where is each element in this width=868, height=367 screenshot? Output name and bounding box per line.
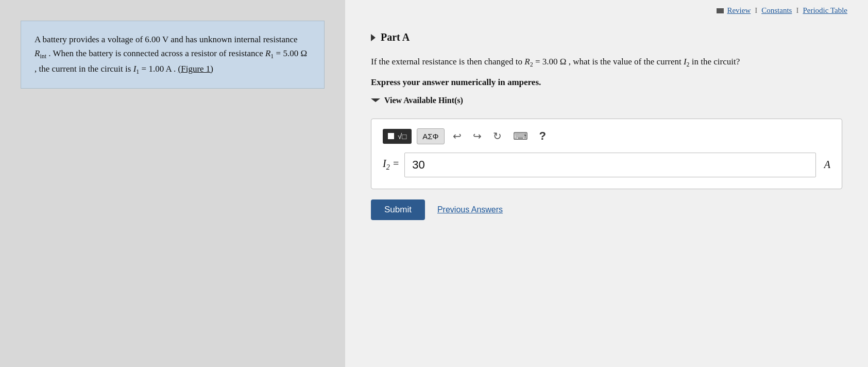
- greek-label: ΑΣΦ: [422, 132, 438, 141]
- right-panel: Review I Constants I Periodic Table Part…: [345, 0, 868, 367]
- greek-button[interactable]: ΑΣΦ: [417, 128, 444, 144]
- input-label: I2 =: [383, 158, 399, 172]
- constants-link[interactable]: Constants: [761, 6, 792, 15]
- help-icon: ?: [539, 129, 546, 142]
- submit-button[interactable]: Submit: [371, 199, 425, 220]
- answer-container: √□ ΑΣΦ ↩ ↪ ↻ ⌨ ?: [371, 119, 842, 189]
- unit-label: A: [824, 159, 830, 171]
- part-title: Part A: [381, 31, 410, 43]
- top-nav: Review I Constants I Periodic Table: [345, 0, 868, 21]
- hint-link[interactable]: View Available Hint(s): [384, 96, 463, 105]
- review-link[interactable]: Review: [727, 6, 751, 15]
- keyboard-button[interactable]: ⌨: [510, 129, 531, 143]
- periodic-table-link[interactable]: Periodic Table: [803, 6, 847, 15]
- left-panel: A battery provides a voltage of 6.00 V a…: [0, 0, 345, 367]
- keyboard-icon: ⌨: [513, 130, 528, 142]
- undo-button[interactable]: ↩: [450, 129, 465, 143]
- undo-icon: ↩: [453, 130, 462, 142]
- separator-2: I: [796, 6, 798, 15]
- toolbar: √□ ΑΣΦ ↩ ↪ ↻ ⌨ ?: [383, 128, 830, 144]
- problem-text: A battery provides a voltage of 6.00 V a…: [35, 35, 307, 74]
- separator-1: I: [755, 6, 757, 15]
- hint-arrow-icon: [371, 98, 380, 102]
- review-icon: [717, 8, 724, 13]
- sqrt-label: √□: [398, 132, 406, 141]
- previous-answers-link[interactable]: Previous Answers: [437, 205, 503, 214]
- refresh-icon: ↻: [493, 130, 502, 142]
- hint-row: View Available Hint(s): [371, 96, 842, 105]
- main-content: Part A If the external resistance is the…: [345, 21, 868, 220]
- bottom-row: Submit Previous Answers: [371, 199, 842, 220]
- answer-input[interactable]: [404, 153, 816, 177]
- question-text: If the external resistance is then chang…: [371, 55, 842, 70]
- refresh-button[interactable]: ↻: [490, 129, 505, 143]
- figure-link[interactable]: (Figure 1): [178, 64, 213, 74]
- part-arrow-icon: [371, 34, 376, 41]
- part-header: Part A: [371, 31, 842, 43]
- input-row: I2 = A: [383, 153, 830, 177]
- help-button[interactable]: ?: [536, 128, 549, 144]
- problem-box: A battery provides a voltage of 6.00 V a…: [21, 21, 325, 89]
- express-text: Express your answer numerically in amper…: [371, 77, 842, 88]
- math-button[interactable]: √□: [383, 129, 412, 144]
- square-icon: [388, 133, 394, 139]
- redo-icon: ↪: [473, 130, 482, 142]
- redo-button[interactable]: ↪: [470, 129, 485, 143]
